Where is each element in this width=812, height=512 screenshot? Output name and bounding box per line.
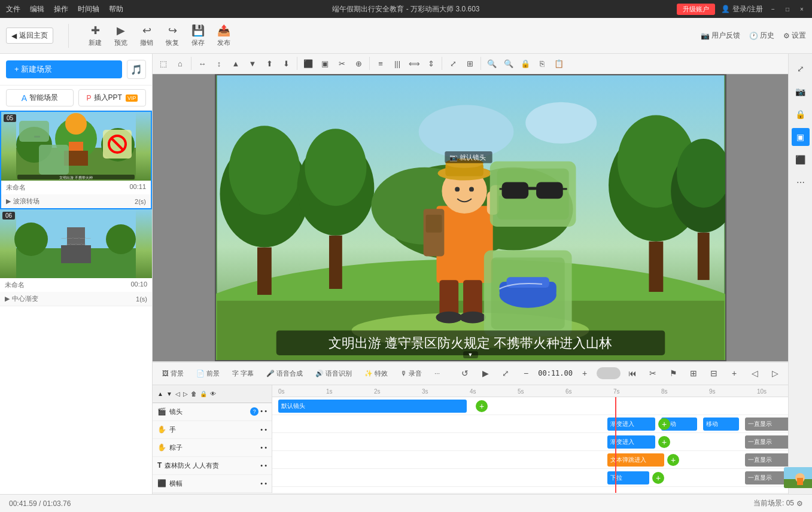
menu-file[interactable]: 文件 (6, 4, 20, 14)
insert-ppt-button[interactable]: P 插入PPT VIP (78, 89, 146, 106)
canvas-tool-bottom[interactable]: ⬇ (278, 56, 294, 71)
clip-banner-pulldown[interactable]: 下拉 (607, 471, 649, 484)
rp-more-button[interactable]: ⋯ (792, 173, 810, 191)
canvas-tool-paste[interactable]: 📋 (551, 56, 567, 71)
close-button[interactable]: × (798, 5, 806, 13)
record-button[interactable]: 🎙 录音 (396, 367, 427, 380)
tl-zongzi-dot2[interactable]: • (264, 444, 267, 451)
clip-zongzi-fade-in[interactable]: 渐变进入 (607, 435, 655, 449)
canvas-tool-select[interactable]: ⬚ (156, 56, 171, 71)
canvas-tool-plus[interactable]: ⊕ (351, 56, 366, 71)
canvas-tool-align-v[interactable]: ||| (390, 56, 405, 71)
rp-thumbnail[interactable] (784, 467, 812, 488)
split-button[interactable]: ⊞ (685, 365, 702, 382)
canvas-tool-up[interactable]: ▲ (228, 56, 244, 71)
new-scene-button[interactable]: + 新建场景 (6, 60, 122, 78)
flag-button[interactable]: ⚑ (665, 365, 682, 382)
clip-hand-fade-in[interactable]: 渐变进入 (607, 417, 655, 431)
canvas-frame[interactable]: 文明出游 遵守景区防火规定 不携带火种进入山林 📷 就认镜头 ▼ (215, 74, 726, 361)
canvas-tool-flip-v[interactable]: ↕ (211, 56, 227, 71)
history-button[interactable]: 🕐 历史 (749, 31, 774, 41)
tl-icon-move-right[interactable]: ▷ (183, 391, 188, 397)
save-button[interactable]: 💾 保存 (187, 22, 209, 50)
loop-button[interactable]: ↺ (457, 365, 473, 382)
clip-zongzi-always[interactable]: 一直显示 (745, 435, 788, 449)
tl-icon-lock[interactable]: 🔒 (200, 391, 207, 397)
publish-button[interactable]: 📤 发布 (212, 22, 235, 50)
menu-help[interactable]: 帮助 (109, 4, 123, 14)
new-button[interactable]: ✚ 新建 (84, 22, 107, 50)
tl-banner-dot2[interactable]: • (264, 480, 267, 487)
menu-bar[interactable]: 文件 编辑 操作 时间轴 帮助 (6, 4, 123, 14)
add-clip-camera[interactable]: + (476, 400, 488, 412)
clip-default-camera[interactable]: 默认镜头 (278, 400, 467, 413)
clip-hand-always[interactable]: 一直显示 (745, 417, 788, 431)
transition-06[interactable]: ▶ 中心渐变 1(s) (0, 292, 152, 306)
undo-button[interactable]: ↩ 撤销 (135, 22, 158, 50)
canvas-tool-align-h[interactable]: ≡ (373, 56, 388, 71)
music-button[interactable]: 🎵 (127, 60, 146, 79)
add-clip-banner[interactable]: + (652, 472, 664, 484)
menu-operate[interactable]: 操作 (54, 4, 68, 14)
menu-edit[interactable]: 编辑 (30, 4, 44, 14)
canvas-tool-zoom-out[interactable]: 🔍 (501, 56, 516, 71)
rp-preview-button[interactable]: ▣ (792, 128, 810, 146)
zoom-minus-button[interactable]: − (518, 365, 534, 382)
menu-timeline[interactable]: 时间轴 (78, 4, 99, 14)
prev-frame-button[interactable]: ◁ (746, 365, 763, 382)
scene-item-05[interactable]: 文明出游 不携带火种 05 未命名 00:11 ▶ 波浪转场 2(s) (0, 111, 152, 209)
tl-banner-dot1[interactable]: • (260, 480, 263, 487)
add-clip-text[interactable]: + (667, 454, 679, 466)
caption-button[interactable]: 字 字幕 (227, 367, 258, 380)
canvas-tool-lock[interactable]: 🔒 (518, 56, 533, 71)
fullscreen-button[interactable]: ⤢ (497, 365, 514, 382)
back-home-button[interactable]: ◀ 返回主页 (6, 28, 53, 44)
upgrade-button[interactable]: 升级账户 (677, 4, 715, 15)
maximize-button[interactable]: □ (783, 5, 792, 13)
transition-05[interactable]: ▶ 波浪转场 2(s) (1, 194, 151, 208)
canvas-tool-dist-h[interactable]: ⟺ (406, 56, 422, 71)
rp-fullscreen-button[interactable]: ⤢ (792, 60, 810, 78)
add-clip-hand[interactable]: + (658, 418, 670, 430)
tl-hand-dot1[interactable]: • (260, 426, 263, 433)
prev-scene-button[interactable]: 📄 前景 (191, 367, 224, 380)
canvas-tool-cut[interactable]: ✂ (334, 56, 349, 71)
preview-button[interactable]: ▶ 预览 (110, 22, 132, 50)
tl-camera-dot2[interactable]: • (264, 407, 267, 416)
add-track-button[interactable]: + (726, 365, 743, 382)
canvas-tool-resize[interactable]: ⤢ (445, 56, 461, 71)
speed-toggle[interactable] (597, 367, 621, 379)
scene-item-06[interactable]: —·—·—·—·— —·—·—·— 06 未命名 00:10 ▶ 中心渐变 1(… (0, 209, 152, 306)
scene-settings-icon[interactable]: ⚙ (796, 499, 803, 508)
tl-text-dot2[interactable]: • (264, 462, 267, 469)
canvas-tool-fill[interactable]: ⬛ (300, 56, 316, 71)
feedback-button[interactable]: 📷 用户反馈 (701, 31, 740, 41)
zoom-plus-button[interactable]: + (576, 365, 593, 382)
tl-hand-dot2[interactable]: • (264, 426, 267, 433)
rp-camera-button[interactable]: 📷 (792, 83, 810, 100)
merge-button[interactable]: ⊟ (705, 365, 722, 382)
next-frame-button[interactable]: ▷ (767, 365, 783, 382)
bg-tool-button[interactable]: 🖼 背景 (157, 367, 188, 380)
tl-icon-delete[interactable]: 🗑 (191, 391, 197, 397)
clip-text-always[interactable]: 一直显示 (745, 453, 788, 467)
settings-button[interactable]: ⚙ 设置 (783, 31, 806, 41)
more-tools-button[interactable]: ··· (430, 368, 445, 379)
add-clip-zongzi[interactable]: + (658, 436, 670, 448)
clip-hand-move2[interactable]: 移动 (703, 417, 739, 431)
voice-recog-button[interactable]: 🔊 语音识别 (311, 367, 357, 380)
canvas-tool-zoom-in[interactable]: 🔍 (484, 56, 500, 71)
redo-button[interactable]: ↪ 恢复 (161, 22, 184, 50)
voice-synth-button[interactable]: 🎤 语音合成 (261, 367, 308, 380)
tl-icon-move-up[interactable]: ▲ (157, 391, 163, 397)
rp-lock-button[interactable]: 🔒 (792, 105, 810, 123)
cut-button[interactable]: ✂ (644, 365, 661, 382)
canvas-tool-border[interactable]: ▣ (317, 56, 333, 71)
canvas-tool-home[interactable]: ⌂ (172, 56, 188, 71)
tl-icon-move-left[interactable]: ◁ (175, 391, 180, 397)
tl-icon-move-down[interactable]: ▼ (166, 391, 172, 397)
rp-panel-button[interactable]: ⬛ (792, 151, 810, 169)
canvas-tool-flip-h[interactable]: ↔ (194, 56, 210, 71)
user-login-button[interactable]: 👤 登录/注册 (721, 4, 763, 14)
tl-text-dot1[interactable]: • (260, 462, 263, 469)
